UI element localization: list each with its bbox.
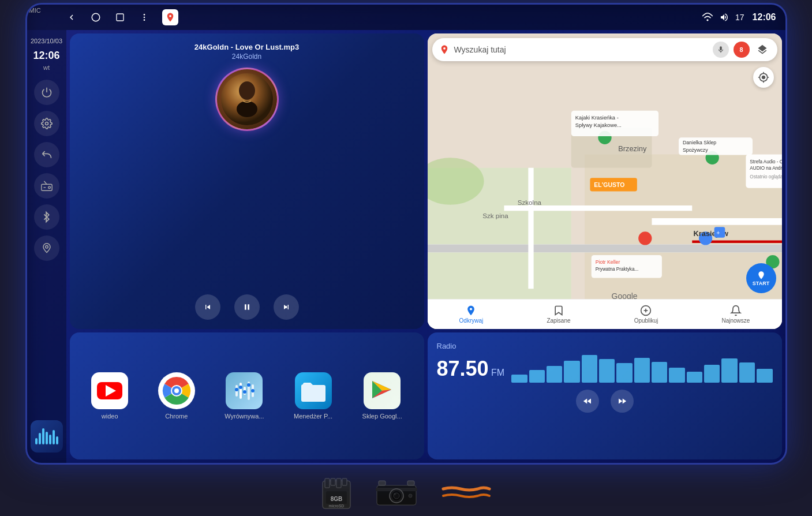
radio-waveform (511, 355, 772, 383)
map-bottom-bar: Odkrywaj Zapisane Op (428, 299, 782, 329)
svg-point-2 (143, 14, 145, 16)
svg-text:Brzeziny: Brzeziny (618, 144, 647, 153)
svg-rect-75 (331, 478, 335, 485)
svg-text:Prywatna Praktyka...: Prywatna Praktyka... (595, 267, 638, 272)
sidebar: 2023/10/03 12:06 wt (27, 30, 66, 463)
map-search-bar[interactable]: Wyszukaj tutaj 8 (432, 38, 777, 61)
svg-point-5 (169, 15, 171, 17)
chrome-label: Chrome (165, 413, 188, 420)
svg-text:EL'GUSTO: EL'GUSTO (594, 182, 624, 188)
svg-point-86 (394, 493, 396, 495)
svg-text:+: + (716, 230, 720, 236)
chrome-icon (158, 372, 195, 409)
wave-bar (757, 369, 772, 383)
wifi-icon (702, 13, 713, 22)
sidebar-day: wt (43, 64, 50, 71)
app-chrome[interactable]: Chrome (158, 372, 195, 420)
app-youtube[interactable]: wideo (91, 372, 128, 420)
wave-bar (704, 365, 720, 383)
wave-bar (511, 375, 527, 383)
map-nav-discover-label: Odkrywaj (459, 317, 484, 324)
map-start-button[interactable]: START (746, 263, 776, 293)
settings-button[interactable] (34, 111, 59, 136)
svg-rect-88 (407, 481, 414, 485)
song-title: 24kGoldn - Love Or Lust.mp3 (79, 43, 415, 51)
svg-text:Spożywczy: Spożywczy (682, 147, 708, 153)
undo-button[interactable] (34, 142, 59, 167)
svg-rect-87 (379, 481, 386, 485)
volume-level: 17 (735, 13, 744, 22)
radio-controls (437, 390, 773, 413)
wave-bar (652, 362, 667, 383)
radio-rewind-button[interactable] (576, 390, 599, 413)
map-mic-button[interactable] (713, 42, 729, 58)
svg-point-9 (48, 186, 50, 189)
map-search-text[interactable]: Wyszukaj tutaj (454, 45, 708, 54)
svg-text:Piotr Keller: Piotr Keller (595, 259, 620, 265)
radio-card: Radio 87.50 FM (428, 332, 782, 459)
youtube-icon (91, 372, 128, 409)
home-nav-icon[interactable] (89, 11, 102, 24)
wave-bar (582, 355, 597, 383)
radio-forward-button[interactable] (611, 390, 634, 413)
radio-frequency: 87.50 (437, 357, 489, 380)
map-nav-latest[interactable]: Najnowsze (721, 305, 750, 324)
svg-rect-1 (117, 14, 124, 21)
radio-title: Radio (437, 342, 773, 350)
play-pause-button[interactable] (234, 294, 260, 320)
svg-point-6 (706, 19, 708, 21)
album-art (215, 68, 279, 131)
radio-freq-wrapper: 87.50 FM (437, 357, 505, 381)
location-button[interactable] (34, 235, 59, 261)
app-filemanager[interactable]: Menedżer P... (294, 372, 332, 420)
svg-text:Strefa Audio - CAR: Strefa Audio - CAR (750, 159, 782, 164)
map-nav-discover[interactable]: Odkrywaj (459, 305, 484, 324)
apps-row: wideo (79, 372, 415, 420)
nav-buttons (36, 9, 702, 25)
map-nav-saved-label: Zapisane (547, 317, 570, 324)
bluetooth-button[interactable] (34, 204, 59, 230)
map-layers-button[interactable] (754, 42, 770, 58)
svg-point-12 (239, 81, 255, 100)
map-nav-publish[interactable]: Opublikuj (634, 305, 658, 324)
svg-point-28 (638, 231, 652, 245)
svg-rect-76 (336, 478, 341, 488)
map-location-button[interactable] (753, 67, 774, 88)
sidebar-date: 2023/10/03 (31, 37, 62, 45)
map-nav-saved[interactable]: Zapisane (547, 305, 570, 324)
equalizer-label: Wyrównywa... (224, 413, 264, 420)
map-notification-badge[interactable]: 8 (734, 42, 750, 58)
svg-text:Szk pina: Szk pina (482, 212, 508, 219)
svg-text:Kajaki Krasieńka -: Kajaki Krasieńka - (575, 115, 618, 121)
svg-point-4 (143, 19, 145, 21)
song-artist: 24kGoldn (79, 53, 415, 61)
start-button-label: START (753, 281, 769, 286)
svg-point-0 (92, 13, 100, 21)
recent-nav-icon[interactable] (114, 11, 126, 24)
more-nav-icon[interactable] (138, 11, 151, 24)
back-nav-icon[interactable] (65, 11, 78, 24)
svg-text:Szkolna: Szkolna (517, 199, 541, 206)
svg-point-13 (237, 101, 257, 117)
app-playstore[interactable]: Sklep Googl... (362, 372, 402, 420)
album-art-wrapper (79, 68, 415, 131)
bottom-accessories: 8GB microSD (320, 465, 492, 513)
sd-card-icon: 8GB microSD (320, 474, 353, 511)
maps-app-icon[interactable] (162, 9, 178, 25)
status-bar: MIC (27, 5, 785, 30)
next-button[interactable] (274, 294, 299, 320)
radio-button[interactable] (34, 173, 59, 199)
map-card[interactable]: Google Kolejowa Szkolna Szk pina Brzezin… (428, 33, 782, 329)
svg-point-70 (243, 390, 246, 394)
svg-point-68 (235, 388, 238, 391)
map-nav-publish-label: Opublikuj (634, 317, 658, 324)
filemanager-label: Menedżer P... (294, 413, 332, 420)
equalizer-icon (226, 372, 263, 409)
svg-text:8GB: 8GB (330, 496, 342, 502)
power-button[interactable] (34, 80, 59, 105)
prev-button[interactable] (195, 294, 220, 320)
app-equalizer[interactable]: Wyrównywa... (224, 372, 264, 420)
sound-widget[interactable] (31, 420, 63, 453)
album-art-inner (217, 69, 277, 129)
svg-text:Danielka Sklep: Danielka Sklep (682, 140, 716, 145)
